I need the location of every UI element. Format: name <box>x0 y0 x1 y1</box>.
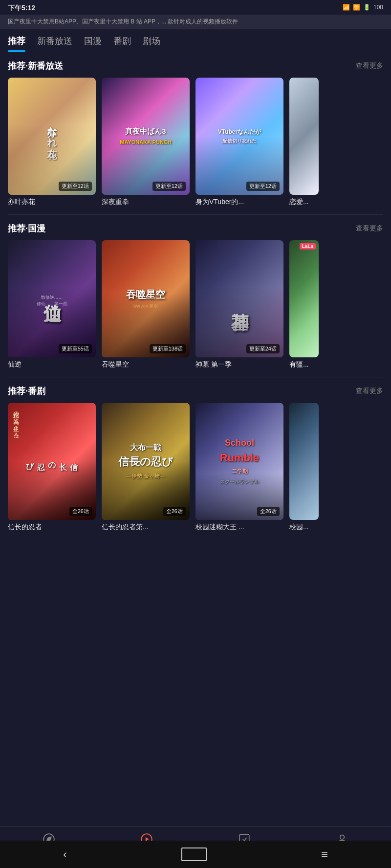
lala-badge: LaLa <box>300 243 316 249</box>
tab-theater[interactable]: 剧场 <box>143 35 160 52</box>
system-nav-bar: ‹ ≡ <box>0 841 391 868</box>
card-badge-1: 更新至12话 <box>59 182 92 191</box>
card-badge-f3: 全26话 <box>257 507 280 516</box>
section-fanju-more[interactable]: 查看更多 <box>356 387 383 395</box>
card-tunshi[interactable]: 吞噬星空 SW AIA 星空 更新至138话 吞噬星空 <box>102 240 190 369</box>
card-nobunaga-2[interactable]: 大布一戦信長の忍び—伊勢·金ヶ崎— 全26话 信长的忍者第... <box>102 403 190 532</box>
card-xianyi[interactable]: 仙逆 散修逆……修仙……第一战 更新至55话 仙逆 <box>8 240 96 369</box>
card-badge-g1: 更新至55话 <box>59 344 92 353</box>
battery-level: 100 <box>373 4 383 11</box>
card-vtuber[interactable]: VTuberなんだが配信切り忘れた 更新至12话 身为VTuber的... <box>196 78 283 207</box>
card-title-2: 深夜重拳 <box>102 198 190 207</box>
tab-guoman[interactable]: 国漫 <box>84 35 102 52</box>
card-title-f4: 校园... <box>289 523 319 532</box>
tab-fanju[interactable]: 番剧 <box>113 35 131 52</box>
section-fanju-title: 推荐·番剧 <box>8 385 45 397</box>
back-button[interactable]: ‹ <box>51 842 79 867</box>
card-title-g2: 吞噬星空 <box>102 360 190 369</box>
section-new-anime-header: 推荐·新番放送 查看更多 <box>0 60 391 78</box>
section-guoman-title: 推荐·国漫 <box>8 223 45 234</box>
card-title-f3: 校园迷糊大王 ... <box>196 523 283 532</box>
nav-tabs: 推荐 新番放送 国漫 番剧 剧场 <box>0 29 391 52</box>
menu-button[interactable]: ≡ <box>309 842 340 867</box>
card-guoman4-partial[interactable]: LaLa 有疆... <box>289 240 319 369</box>
card-badge-f2: 全26话 <box>163 507 186 516</box>
card-title-g3: 神墓 第一季 <box>196 360 283 369</box>
card-school-rumble[interactable]: SchoolRumble二学期スクールランブル 全26话 校园迷糊大王 ... <box>196 403 283 532</box>
card-yihuayihua[interactable]: 亦なれ花ん 更新至12话 亦叶亦花 <box>8 78 96 207</box>
wifi-icon: 🛜 <box>353 4 360 11</box>
card-title-g1: 仙逆 <box>8 360 96 369</box>
card-shenmu[interactable]: 神墓 更新至24话 神墓 第一季 <box>196 240 283 369</box>
card-midnight-punch[interactable]: 真夜中ばん3MAYONAKA PUNCH 更新至12话 深夜重拳 <box>102 78 190 207</box>
status-right: 📶 🛜 🔋 100 <box>343 4 383 11</box>
new-anime-cards-row: 亦なれ花ん 更新至12话 亦叶亦花 真夜中ばん3MAYONAKA PUNCH <box>0 78 391 207</box>
card-badge-g2: 更新至138话 <box>150 344 186 353</box>
section-fanju-header: 推荐·番剧 查看更多 <box>0 385 391 403</box>
status-left: 下午5:12 <box>8 4 35 13</box>
card-title-f1: 信长的忍者 <box>8 523 96 532</box>
card-title-f2: 信长的忍者第... <box>102 523 190 532</box>
status-time: 下午5:12 <box>8 4 35 13</box>
signal-icon: 📶 <box>343 4 350 11</box>
tab-recommend[interactable]: 推荐 <box>8 35 25 52</box>
guoman-cards-row: 仙逆 散修逆……修仙……第一战 更新至55话 仙逆 吞噬星空 SW AIA 星 <box>0 240 391 369</box>
status-bar: 下午5:12 📶 🛜 🔋 100 <box>0 0 391 15</box>
svg-point-5 <box>340 835 345 839</box>
card-badge-2: 更新至12话 <box>152 182 186 191</box>
card-title-4: 恋爱... <box>289 198 319 207</box>
card-badge-g3: 更新至24话 <box>246 344 280 353</box>
fanju-cards-row: 信长の忍び 信忠の為に生きろ!! 全26话 信长的忍者 大布一戦信長の忍び—伊勢… <box>0 403 391 532</box>
card-badge-3: 更新至12话 <box>246 182 280 191</box>
card-anime4-partial[interactable]: 恋爱... <box>289 78 319 207</box>
ad-banner: 国产夜里十大禁用B站APP、国产夜里十大禁用 B 站 APP，... 款针对成人… <box>0 15 391 29</box>
section-fanju: 推荐·番剧 查看更多 信长の忍び 信忠の為に生きろ!! 全26话 信长的忍者 <box>0 377 391 539</box>
card-title-3: 身为VTuber的... <box>196 198 283 207</box>
card-nobunaga-1[interactable]: 信长の忍び 信忠の為に生きろ!! 全26话 信长的忍者 <box>8 403 96 532</box>
section-new-anime-title: 推荐·新番放送 <box>8 60 63 72</box>
tab-new-anime[interactable]: 新番放送 <box>37 35 72 52</box>
section-guoman: 推荐·国漫 查看更多 仙逆 散修逆……修仙……第一战 更新至55话 仙逆 <box>0 215 391 377</box>
section-new-anime-more[interactable]: 查看更多 <box>356 62 383 70</box>
section-guoman-more[interactable]: 查看更多 <box>356 224 383 233</box>
home-button[interactable] <box>181 847 207 861</box>
section-new-anime: 推荐·新番放送 查看更多 亦なれ花ん 更新至12话 亦叶亦花 <box>0 52 391 214</box>
card-title-1: 亦叶亦花 <box>8 198 96 207</box>
card-fanju4-partial[interactable]: 校园... <box>289 403 319 532</box>
battery-icon: 🔋 <box>363 4 370 11</box>
card-badge-f1: 全26话 <box>69 507 92 516</box>
card-title-g4: 有疆... <box>289 360 319 369</box>
section-guoman-header: 推荐·国漫 查看更多 <box>0 223 391 240</box>
